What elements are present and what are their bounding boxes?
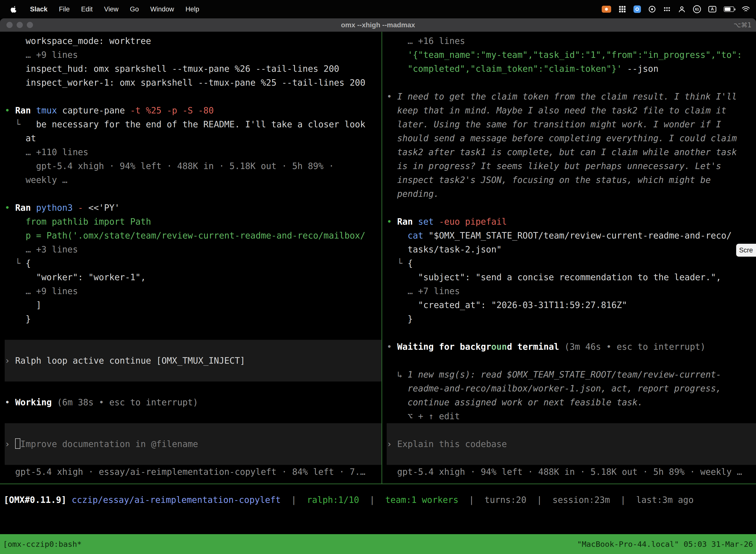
window-titlebar: omx --xhigh --madmax ⌥⌘1: [0, 18, 756, 32]
capture-app-icon[interactable]: [633, 5, 641, 13]
tmux-session-window[interactable]: [omx-cczip0:bash*: [3, 537, 82, 551]
terminal-line: [5, 368, 381, 382]
terminal-line: [387, 326, 756, 340]
battery-level: [725, 7, 731, 11]
terminal-line: • Working (6m 38s • esc to interrupt): [5, 395, 381, 409]
terminal-line: • Ran set -euo pipefail: [387, 215, 756, 229]
menubar-menus-area: SlackFileEditViewGoWindowHelp: [0, 5, 205, 13]
terminal-line: continue assigned work or next feasible …: [387, 395, 756, 409]
terminal-line: task2 after task1 is complete, but can I…: [387, 145, 756, 159]
dots-grid-icon[interactable]: [663, 5, 671, 13]
input-source-letter: A: [711, 7, 714, 12]
terminal-line: ⌥ + ↑ edit: [387, 409, 756, 423]
tmux-status-bar: [omx-cczip0:bash* "MacBook-Pro-44.local"…: [0, 534, 756, 554]
terminal-line: ]: [5, 298, 381, 312]
terminal-line: weekly …: [5, 173, 381, 187]
terminal-line: [5, 187, 381, 201]
terminal-line: ↳ 1 new msg(s): read $OMX_TEAM_STATE_ROO…: [387, 368, 756, 382]
terminal-line: [387, 423, 756, 437]
terminal-line: • Waiting for background terminal (3m 46…: [387, 340, 756, 354]
terminal-line: … +9 lines: [5, 284, 381, 298]
screenshot-overlay-label: Scre: [739, 243, 753, 257]
grid-icon[interactable]: [619, 5, 626, 13]
terminal-line: inspect_worker-1: omx sparkshell --tmux-…: [5, 76, 381, 90]
terminal-window: workspace_mode: worktree… +9 linesinspec…: [0, 32, 756, 554]
terminal-line: should send a message before completing …: [387, 131, 756, 145]
terminal-line: gpt-5.4 xhigh · 94% left · 488K in · 5.1…: [387, 465, 756, 479]
menu-edit[interactable]: Edit: [75, 5, 99, 13]
terminal-line: … +110 lines: [5, 145, 381, 159]
terminal-line: gpt-5.4 xhigh · 94% left · 488K in · 5.1…: [5, 159, 381, 173]
terminal-line: workspace_mode: worktree: [5, 34, 381, 48]
terminal-line: "completed","claim_token":"claim-token"}…: [387, 62, 756, 76]
terminal-line: [5, 382, 381, 395]
terminal-line: • I need to get the claim token from the…: [387, 90, 756, 104]
menubar: SlackFileEditViewGoWindowHelp: [0, 0, 756, 18]
terminal-line: [387, 76, 756, 90]
terminal-line: p = Path('.omx/state/team/review-current…: [5, 229, 381, 242]
terminal-line: cat "$OMX_TEAM_STATE_ROOT/team/review-cu…: [387, 229, 756, 242]
apple-menu[interactable]: [8, 5, 19, 13]
terminal-line: • Ran tmux capture-pane -t %25 -p -S -80: [5, 104, 381, 117]
terminal-line: inspect_hud: omx sparkshell --tmux-pane …: [5, 62, 381, 76]
window-shortcut: ⌥⌘1: [734, 21, 752, 29]
menubar-status-area: 61 A: [602, 5, 756, 13]
battery-percent-icon[interactable]: 61: [693, 5, 701, 13]
menu-go[interactable]: Go: [124, 5, 145, 13]
terminal-line: tasks/task-2.json": [387, 242, 756, 257]
terminal-line: … +3 lines: [5, 242, 381, 257]
menu-slack[interactable]: Slack: [24, 5, 53, 13]
profile-icon[interactable]: [678, 5, 686, 13]
terminal-line: "created_at": "2026-03-31T11:59:27.816Z": [387, 298, 756, 312]
input-source-icon[interactable]: A: [708, 6, 716, 12]
terminal-line: [5, 451, 381, 465]
terminal-line: from pathlib import Path: [5, 215, 381, 229]
terminal-line: [387, 451, 756, 465]
terminal-line: └ {: [5, 257, 381, 270]
terminal-line: keep that in mind. Maybe I also need the…: [387, 104, 756, 117]
terminal-line: [5, 326, 381, 340]
wifi-icon[interactable]: [742, 6, 750, 13]
terminal-line: at: [5, 131, 381, 145]
terminal-line: }: [5, 312, 381, 326]
menu-view[interactable]: View: [99, 5, 124, 13]
menu-window[interactable]: Window: [145, 5, 180, 13]
tmux-pane-right[interactable]: … +16 lines'{"team_name":"my-team","task…: [382, 32, 756, 484]
terminal-line: [387, 201, 756, 215]
terminal-line: "subject": "send a concise recommendatio…: [387, 270, 756, 284]
terminal-line: inspect task2's JSON, focusing on the st…: [387, 173, 756, 187]
screenshot-thumbnail-overlay[interactable]: Scre: [736, 244, 756, 257]
pane-divider-horizontal: [0, 484, 756, 484]
battery-icon[interactable]: [724, 6, 734, 12]
terminal-line: [5, 409, 381, 423]
terminal-line: '{"team_name":"my-team","task_id":"1","f…: [387, 48, 756, 62]
window-title: omx --xhigh --madmax: [0, 21, 756, 29]
terminal-line: gpt-5.4 xhigh · essay/ai-reimplementatio…: [5, 465, 381, 479]
terminal-line: … +16 lines: [387, 34, 756, 48]
record-dot-icon: [605, 8, 608, 11]
lens-icon: [635, 7, 639, 11]
screen-recording-icon[interactable]: [602, 6, 611, 13]
terminal-line: [5, 340, 381, 354]
terminal-line: readme-and-reco/mailbox/worker-1.json, a…: [387, 382, 756, 395]
circle-app-icon[interactable]: [648, 5, 656, 13]
terminal-line: … +7 lines: [387, 284, 756, 298]
omx-hud-status-line: [OMX#0.11.9] cczip/essay/ai-reimplementa…: [4, 493, 694, 507]
terminal-line: › Ralph loop active continue [OMX_TMUX_I…: [5, 354, 381, 368]
terminal-line: └ {: [387, 257, 756, 270]
menu-file[interactable]: File: [53, 5, 76, 13]
screen: SlackFileEditViewGoWindowHelp: [0, 0, 756, 554]
menu-help[interactable]: Help: [180, 5, 205, 13]
terminal-line: is in progress? It seems likely but perh…: [387, 159, 756, 173]
terminal-line: › Improve documentation in @filename: [5, 437, 381, 451]
terminal-line: pending.: [387, 187, 756, 201]
terminal-line: … +9 lines: [5, 48, 381, 62]
tmux-host-clock: "MacBook-Pro-44.local" 05:03 31-Mar-26: [577, 537, 753, 551]
terminal-line: later. Using the same for transition mig…: [387, 117, 756, 131]
terminal-line: [5, 423, 381, 437]
tmux-pane-left[interactable]: workspace_mode: worktree… +9 linesinspec…: [0, 32, 381, 484]
menubar-menus: SlackFileEditViewGoWindowHelp: [24, 5, 205, 13]
text-cursor: [15, 438, 20, 449]
battery-percent-value: 61: [695, 7, 699, 11]
terminal-line: └ be necessary for the end of the README…: [5, 117, 381, 131]
